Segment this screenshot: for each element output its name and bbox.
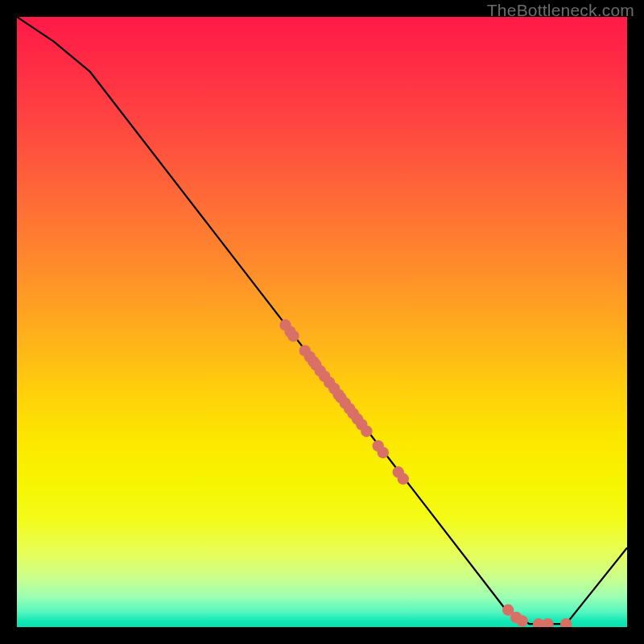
bottleneck-curve-path (17, 17, 627, 624)
bottleneck-curve (17, 17, 627, 624)
chart-svg (17, 17, 627, 627)
plot-area (17, 17, 627, 627)
chart-frame: TheBottleneck.com (0, 0, 644, 644)
sample-point (542, 618, 553, 627)
sample-point (398, 473, 409, 485)
attribution-text: TheBottleneck.com (487, 1, 634, 20)
sample-point (378, 447, 389, 458)
sample-point (361, 425, 372, 436)
sample-markers (279, 320, 572, 627)
sample-point (287, 330, 299, 341)
sample-point (516, 615, 527, 626)
